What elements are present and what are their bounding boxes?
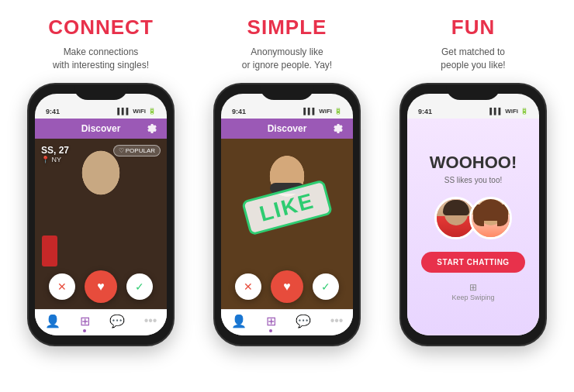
nav-profile-2[interactable]: 👤 xyxy=(231,314,247,332)
red-chair-decor xyxy=(42,236,57,266)
phone-2-screen: 9:41 ▌▌▌ WiFi 🔋 Discover xyxy=(221,94,353,335)
connect-title: CONNECT xyxy=(48,15,154,40)
bottom-actions-1: ✕ ♥ ✓ xyxy=(35,270,167,303)
app-header-1: Discover xyxy=(35,119,167,139)
time-3: 9:41 xyxy=(418,108,432,115)
bottom-actions-2: ✕ ♥ ✓ xyxy=(221,270,353,303)
nav-discover-2[interactable]: ⊞ xyxy=(266,314,276,332)
nav-more-1[interactable]: ••• xyxy=(144,314,157,332)
header-label-1: Discover xyxy=(81,123,121,134)
start-chatting-button[interactable]: START CHATTING xyxy=(421,252,524,273)
profile-info-1: SS, 27 📍 NY xyxy=(41,145,69,163)
phone-3-match-screen: WOOHOO! SS likes you too! xyxy=(407,119,539,335)
fun-title: FUN xyxy=(451,15,495,40)
nav-messages-2[interactable]: 💬 xyxy=(296,314,311,332)
keep-swiping-label: Keep Swiping xyxy=(451,294,494,301)
super-like-button-2[interactable]: ✓ xyxy=(313,273,339,300)
gear-icon-1 xyxy=(145,122,157,135)
avatar-woman xyxy=(469,197,512,239)
super-like-button-1[interactable]: ✓ xyxy=(126,273,153,300)
match-subtitle: SS likes you too! xyxy=(444,176,502,184)
like-button-2[interactable]: ♥ xyxy=(271,270,303,303)
status-icons-3: ▌▌▌ WiFi 🔋 xyxy=(489,108,528,115)
header-label-2: Discover xyxy=(268,123,307,134)
woohoo-text: WOOHOO! xyxy=(430,153,517,173)
bottom-nav-2: 👤 ⊞ 💬 ••• xyxy=(221,309,353,335)
phone-1-screen: 9:41 ▌▌▌ WiFi 🔋 Discover xyxy=(35,94,167,335)
dislike-button-2[interactable]: ✕ xyxy=(235,273,261,300)
simple-title: SIMPLE xyxy=(247,15,327,40)
popular-badge-1: ♡ POPULAR xyxy=(113,145,161,156)
bottom-nav-1: 👤 ⊞ 💬 ••• xyxy=(35,309,167,335)
status-bar-3: 9:41 ▌▌▌ WiFi 🔋 xyxy=(407,94,539,119)
status-icons-2: ▌▌▌ WiFi 🔋 xyxy=(303,108,342,115)
phone-2: 9:41 ▌▌▌ WiFi 🔋 Discover xyxy=(213,83,361,346)
keep-swiping-icon: ⊞ xyxy=(469,282,477,293)
keep-swiping-section[interactable]: ⊞ Keep Swiping xyxy=(451,282,494,301)
phone-1: 9:41 ▌▌▌ WiFi 🔋 Discover xyxy=(27,83,175,346)
connect-subtitle: Make connections with interesting single… xyxy=(53,46,149,72)
gear-icon-2 xyxy=(331,122,344,135)
like-button-1[interactable]: ♥ xyxy=(85,270,117,303)
nav-messages-1[interactable]: 💬 xyxy=(109,314,125,332)
panel-connect: CONNECT Make connections with interestin… xyxy=(8,15,194,346)
panel-fun: FUN Get matched to people you like! 9:41… xyxy=(380,15,566,346)
time-2: 9:41 xyxy=(232,108,246,115)
nav-more-2[interactable]: ••• xyxy=(330,314,344,332)
nav-active-dot-2 xyxy=(269,329,272,332)
status-bar-2: 9:41 ▌▌▌ WiFi 🔋 xyxy=(221,94,353,119)
time-1: 9:41 xyxy=(46,108,60,115)
match-avatars xyxy=(434,197,512,239)
fun-subtitle: Get matched to people you like! xyxy=(441,46,505,72)
phone-3-screen: 9:41 ▌▌▌ WiFi 🔋 WOOHOO! SS likes you too… xyxy=(407,94,539,335)
nav-active-dot-1 xyxy=(83,329,86,332)
nav-profile-1[interactable]: 👤 xyxy=(45,314,61,332)
dislike-button-1[interactable]: ✕ xyxy=(49,273,75,300)
panel-simple: SIMPLE Anonymously like or ignore people… xyxy=(194,15,380,346)
phone-3: 9:41 ▌▌▌ WiFi 🔋 WOOHOO! SS likes you too… xyxy=(399,83,547,346)
simple-subtitle: Anonymously like or ignore people. Yay! xyxy=(242,46,332,72)
phone-2-photo: LIKE ✕ ♥ ✓ xyxy=(221,139,353,309)
status-bar-1: 9:41 ▌▌▌ WiFi 🔋 xyxy=(35,94,167,119)
profile-location-1: 📍 NY xyxy=(41,156,69,163)
nav-discover-1[interactable]: ⊞ xyxy=(80,314,90,332)
phone-1-content: SS, 27 📍 NY ♡ POPULAR ✕ ♥ ✓ xyxy=(35,139,167,309)
page-container: CONNECT Make connections with interestin… xyxy=(0,0,574,392)
status-icons-1: ▌▌▌ WiFi 🔋 xyxy=(117,108,156,115)
app-header-2: Discover xyxy=(221,119,353,139)
profile-name-1: SS, 27 xyxy=(41,145,69,156)
